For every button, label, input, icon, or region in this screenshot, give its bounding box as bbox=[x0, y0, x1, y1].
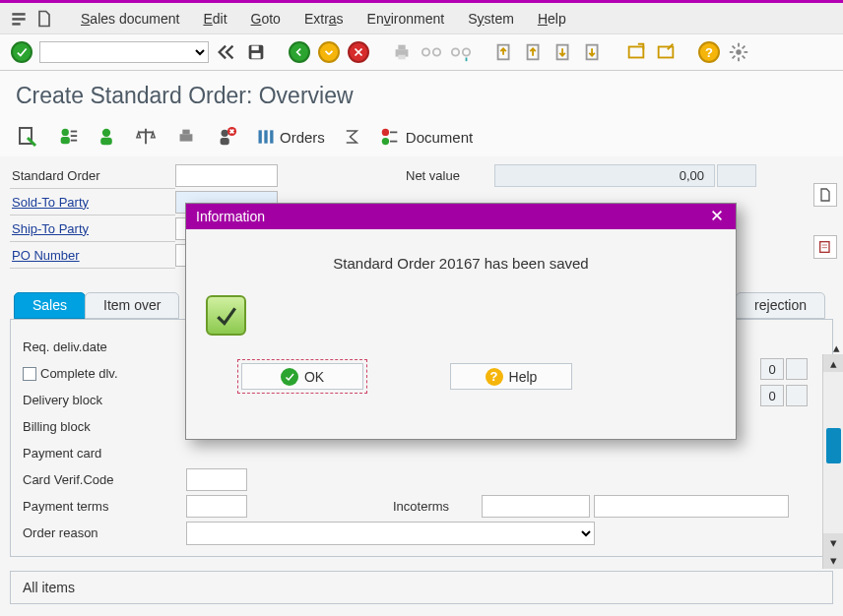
help-button[interactable]: ? Help bbox=[450, 363, 572, 390]
dialog-message: Standard Order 20167 has been saved bbox=[206, 255, 716, 272]
close-icon[interactable] bbox=[710, 209, 726, 224]
ok-label: OK bbox=[304, 369, 324, 385]
check-icon bbox=[281, 368, 298, 386]
success-icon bbox=[206, 295, 246, 336]
dialog-titlebar: Information bbox=[186, 204, 736, 229]
modal-overlay: Information Standard Order 20167 has bee… bbox=[0, 0, 843, 616]
dialog-title: Information bbox=[196, 209, 265, 224]
ok-button[interactable]: OK bbox=[241, 363, 363, 390]
information-dialog: Information Standard Order 20167 has bee… bbox=[185, 203, 737, 440]
question-icon: ? bbox=[486, 368, 503, 386]
help-label: Help bbox=[509, 369, 538, 385]
